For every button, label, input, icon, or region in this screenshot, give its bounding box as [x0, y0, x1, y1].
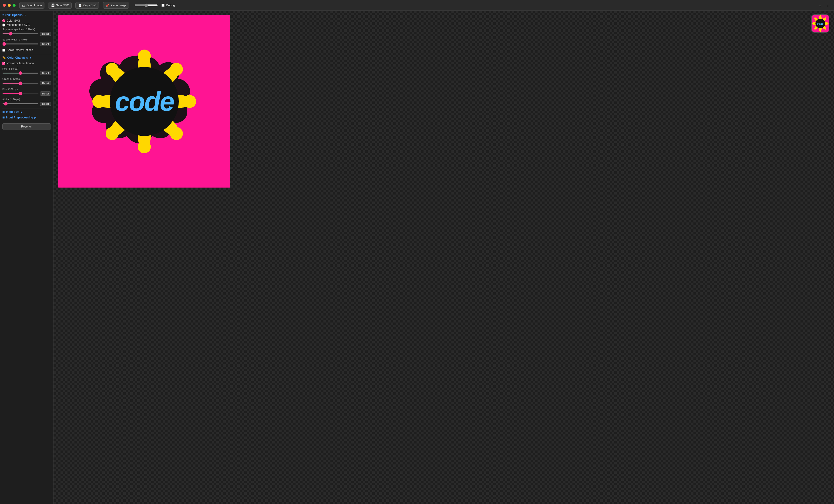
resize-icon: ⊞ — [2, 110, 5, 113]
red-option: Red (5 Steps) Reset — [2, 67, 51, 75]
green-label: Green (5 Steps) — [2, 78, 51, 80]
canvas-area[interactable]: code — [53, 11, 834, 504]
svg-type-radio-group: Color SVG Monochrome SVG — [2, 19, 51, 26]
suppress-speckles-slider-row: Reset — [2, 31, 51, 36]
blue-slider-row: Reset — [2, 91, 51, 96]
stroke-width-option: Stroke Width (0 Pixels) Reset — [2, 38, 51, 46]
save-icon: 💾 — [51, 3, 55, 7]
stroke-width-label: Stroke Width (0 Pixels) — [2, 38, 51, 41]
monochrome-svg-option[interactable]: Monochrome SVG — [2, 23, 51, 26]
sidebar: ≡ SVG Options ▼ Color SVG Monochrome SVG… — [0, 11, 53, 504]
svg-point-16 — [106, 63, 119, 76]
sliders-icon: ≡ — [2, 14, 4, 17]
main-svg-image: code — [58, 15, 231, 188]
svg-point-9 — [138, 49, 151, 63]
reset-all-button[interactable]: Reset All — [2, 123, 51, 130]
blue-slider[interactable] — [2, 93, 39, 94]
svg-text:code: code — [817, 22, 824, 25]
green-option: Green (5 Steps) Reset — [2, 78, 51, 85]
blue-reset-button[interactable]: Reset — [40, 91, 51, 96]
svg-point-14 — [106, 127, 119, 140]
copy-icon: 📋 — [78, 3, 82, 7]
titlebar-end: ⌄ ⋮ — [817, 2, 831, 8]
monochrome-svg-radio[interactable] — [2, 23, 5, 26]
posterize-row: Posterize Input Image — [2, 62, 51, 65]
debug-checkbox-group: Debug — [161, 3, 175, 7]
red-label: Red (5 Steps) — [2, 67, 51, 70]
paste-icon: 📌 — [105, 3, 109, 7]
suppress-speckles-slider[interactable] — [2, 33, 39, 34]
titlebar-slider-group — [134, 3, 158, 7]
maximize-button[interactable] — [13, 4, 16, 7]
red-reset-button[interactable]: Reset — [40, 71, 51, 75]
stroke-width-slider-row: Reset — [2, 42, 51, 46]
titlebar-slider[interactable] — [134, 3, 158, 7]
green-slider[interactable] — [2, 83, 39, 84]
traffic-lights — [3, 4, 16, 7]
copy-svg-button[interactable]: 📋 Copy SVG — [75, 2, 99, 8]
red-slider[interactable] — [2, 72, 39, 73]
divider-1 — [2, 54, 51, 54]
suppress-speckles-reset-button[interactable]: Reset — [40, 31, 51, 36]
chevron-right-icon: ▶ — [21, 111, 23, 113]
input-size-header[interactable]: ⊞ Input Size ▶ — [2, 110, 51, 113]
svg-options-header[interactable]: ≡ SVG Options ▼ — [2, 14, 51, 17]
color-svg-radio[interactable] — [2, 19, 5, 22]
alpha-label: Alpha (1 Steps) — [2, 98, 51, 101]
stroke-width-reset-button[interactable]: Reset — [40, 42, 51, 46]
paste-image-button[interactable]: 📌 Paste Image — [103, 2, 129, 8]
svg-point-15 — [92, 95, 105, 108]
suppress-speckles-label: Suppress speckles (2 Pixels) — [2, 28, 51, 31]
color-channels-header[interactable]: ✏️ Color Channels ▼ — [2, 56, 51, 59]
svg-point-11 — [183, 95, 196, 108]
red-slider-row: Reset — [2, 71, 51, 75]
chevron-down-icon: ▼ — [24, 14, 26, 17]
alpha-reset-button[interactable]: Reset — [40, 102, 51, 106]
alpha-slider[interactable] — [2, 103, 39, 104]
close-button[interactable] — [3, 4, 6, 7]
thumbnail-svg: code — [812, 15, 829, 32]
folder-icon: 🗂 — [22, 3, 25, 7]
stroke-width-slider[interactable] — [2, 44, 39, 44]
main-content: ≡ SVG Options ▼ Color SVG Monochrome SVG… — [0, 11, 834, 504]
green-slider-row: Reset — [2, 81, 51, 85]
minimize-button[interactable] — [8, 4, 11, 7]
chevron-down-button[interactable]: ⌄ — [817, 2, 823, 8]
svg-point-10 — [170, 63, 183, 76]
blue-label: Blue (5 Steps) — [2, 88, 51, 90]
debug-checkbox[interactable] — [161, 4, 164, 7]
save-svg-button[interactable]: 💾 Save SVG — [48, 2, 72, 8]
chevron-right-icon-2: ▶ — [35, 116, 36, 119]
svg-text:code: code — [115, 87, 174, 116]
alpha-option: Alpha (1 Steps) Reset — [2, 98, 51, 106]
chevron-down-icon-2: ▼ — [29, 57, 32, 59]
show-expert-options-row: Show Expert Options — [2, 48, 51, 52]
color-svg-option[interactable]: Color SVG — [2, 19, 51, 22]
svg-point-12 — [170, 127, 183, 140]
pencil-icon: ✏️ — [2, 56, 6, 59]
blue-option: Blue (5 Steps) Reset — [2, 88, 51, 96]
svg-point-13 — [138, 140, 151, 153]
show-expert-checkbox[interactable] — [2, 49, 5, 52]
green-reset-button[interactable]: Reset — [40, 81, 51, 85]
titlebar: 🗂 Open Image 💾 Save SVG 📋 Copy SVG 📌 Pas… — [0, 0, 834, 11]
filter-icon: ⊡ — [2, 116, 5, 119]
posterize-checkbox[interactable] — [2, 62, 5, 65]
input-preprocessing-header[interactable]: ⊡ Input Preprocessing ▶ — [2, 116, 51, 119]
suppress-speckles-option: Suppress speckles (2 Pixels) Reset — [2, 28, 51, 36]
thumbnail: code — [811, 15, 829, 32]
alpha-slider-row: Reset — [2, 102, 51, 106]
open-image-button[interactable]: 🗂 Open Image — [19, 2, 44, 8]
more-options-button[interactable]: ⋮ — [825, 2, 831, 8]
image-container: code — [58, 15, 231, 188]
